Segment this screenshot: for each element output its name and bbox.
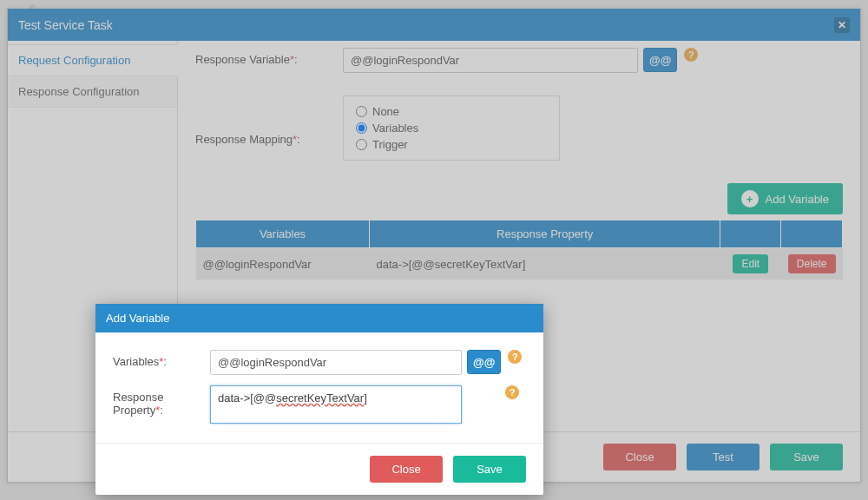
sub-response-property-row: Response Property*: data->[@@secretKeyTe… [113,385,526,424]
help-icon[interactable]: ? [508,350,522,364]
add-variable-dialog: Add Variable Variables*: @@ ? Response P… [95,304,543,495]
help-icon[interactable]: ? [505,385,519,399]
sub-variables-label: Variables*: [113,350,210,368]
sub-save-button[interactable]: Save [453,456,526,483]
sub-variables-row: Variables*: @@ ? [113,350,526,375]
sub-close-button[interactable]: Close [370,456,443,483]
sub-response-property-input[interactable]: data->[@@secretKeyTextVar] [210,385,462,424]
sub-response-property-label: Response Property*: [113,385,210,417]
add-variable-dialog-header: Add Variable [95,304,543,332]
add-variable-dialog-footer: Close Save [95,443,543,495]
sub-variables-input[interactable] [210,350,462,375]
at-button-sub-variables[interactable]: @@ [467,350,501,374]
